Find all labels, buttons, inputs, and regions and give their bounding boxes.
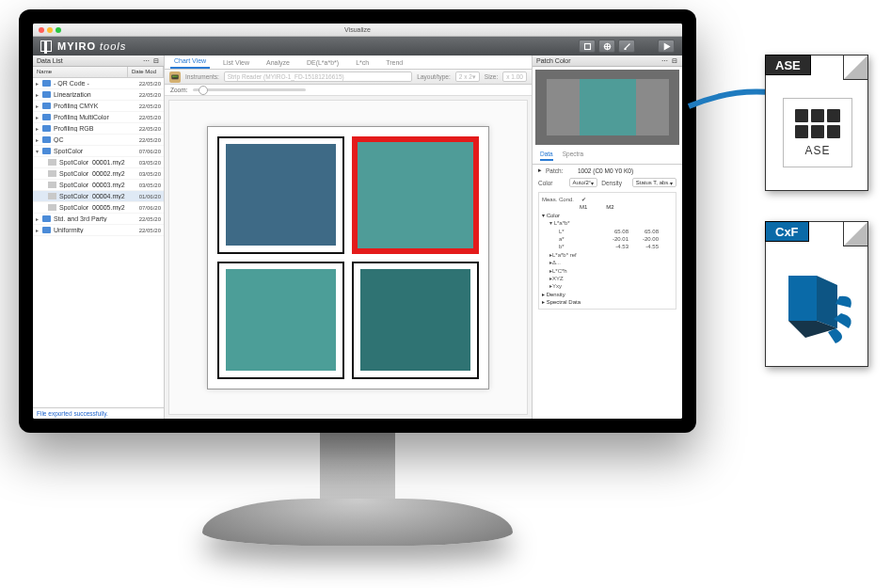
patch-row: ▸ Patch: 1002 (C0 M0 Y0 K0) — [533, 165, 682, 176]
center-panel: Chart View List View Analyze DE(L*a*b*) … — [165, 56, 532, 419]
brand-name: MYIRO — [57, 40, 96, 52]
color-mode-select[interactable]: Auto/2° ▾ — [569, 178, 598, 187]
layout-select[interactable]: 2 x 2 ▾ — [455, 72, 480, 82]
tab-trend[interactable]: Trend — [382, 56, 406, 69]
file-icon — [48, 204, 56, 211]
patch-header: Patch Color ⋯ ⊟ — [533, 56, 682, 67]
measurement-data: Meas. Cond.✔ M1M2 ▾ Color ▾ L*a*b* L*65.… — [538, 192, 676, 310]
tree-file-selected[interactable]: SpotColor_00004.my201/06/20 — [33, 191, 164, 202]
tree-file[interactable]: SpotColor_00002.my203/05/20 — [33, 168, 164, 180]
tree-item[interactable]: ▸Profiling RGB22/05/20 — [33, 123, 164, 135]
toolbar-edit-icon[interactable] — [618, 40, 635, 53]
folder-icon — [42, 136, 51, 143]
zoom-slider[interactable] — [193, 88, 306, 91]
swatch-b-fill — [358, 142, 473, 248]
monitor-stand-base — [202, 499, 513, 546]
size-field[interactable]: x 1.00 — [502, 72, 527, 82]
swatch-a-fill — [226, 144, 337, 246]
tree-file[interactable]: SpotColor_00003.my203/05/20 — [33, 180, 164, 191]
minimize-icon[interactable] — [47, 27, 53, 33]
page-fold-icon — [843, 56, 867, 80]
patch-value: 1002 (C0 M0 Y0 K0) — [578, 167, 633, 174]
folder-icon — [42, 125, 51, 132]
tree-item[interactable]: ▸Linearization22/05/20 — [33, 89, 164, 101]
top-toolbar — [579, 40, 675, 53]
instruments-select[interactable]: Strip Reader (MYIRO-1_FD-15181216615) — [224, 72, 413, 82]
tab-spectra[interactable]: Spectra — [563, 151, 583, 161]
patch-title: Patch Color — [536, 57, 571, 64]
layout-label: Layout/type: — [417, 73, 450, 80]
sidebar-title: Data List — [37, 57, 63, 64]
panel-menu-icon[interactable]: ⋯ ⊟ — [661, 57, 678, 65]
close-icon[interactable] — [39, 27, 44, 33]
ase-badge: ASE — [765, 55, 811, 75]
file-icon — [48, 182, 56, 188]
swatch-grid-icon — [795, 109, 840, 138]
status-bar: File exported successfully. — [33, 407, 164, 419]
patch-tabs: Data Spectra — [533, 148, 682, 165]
col-name[interactable]: Name — [33, 67, 128, 77]
folder-icon — [42, 91, 51, 98]
data-tree[interactable]: ▸- QR Code -22/05/20 ▸Linearization22/05… — [33, 78, 164, 407]
view-tabs: Chart View List View Analyze DE(L*a*b*) … — [165, 56, 532, 70]
density-label: Density — [601, 180, 628, 186]
instrument-icon[interactable]: 📟 — [169, 72, 181, 83]
canvas-viewport[interactable] — [168, 100, 528, 415]
patch-label: Patch: — [546, 167, 574, 174]
swatch-a[interactable] — [217, 136, 344, 254]
tree-item[interactable]: ▸Std. and 3rd Party22/05/20 — [33, 214, 164, 225]
folder-icon — [42, 80, 51, 87]
swatch-d[interactable] — [352, 262, 479, 379]
tab-list-view[interactable]: List View — [219, 56, 253, 69]
ase-file-icon: ASE ASE — [765, 55, 868, 191]
sidebar-columns: Name Date Mod — [33, 67, 164, 78]
swatch-d-fill — [360, 269, 471, 372]
folder-icon — [42, 215, 51, 222]
window-titlebar: Visualize — [33, 24, 682, 37]
tree-item[interactable]: ▸QC22/05/20 — [33, 135, 164, 146]
folder-icon — [42, 103, 51, 109]
col-date[interactable]: Date Mod — [128, 67, 164, 77]
swatch-c[interactable] — [217, 262, 344, 379]
tree-item[interactable]: ▸Uniformity22/05/20 — [33, 225, 164, 236]
tab-lch[interactable]: L*ch — [352, 56, 373, 69]
sidebar: Data List ⋯ ⊟ Name Date Mod ▸- QR Code -… — [33, 56, 165, 419]
svg-rect-0 — [584, 43, 590, 49]
tab-data[interactable]: Data — [540, 151, 553, 161]
tab-analyze[interactable]: Analyze — [263, 56, 294, 69]
tab-de-lab[interactable]: DE(L*a*b*) — [303, 56, 342, 69]
tree-item[interactable]: ▸Profiling CMYK22/05/20 — [33, 101, 164, 112]
brand-bar: MYIRO tools — [33, 37, 682, 56]
cxf-file-icon: CxF — [765, 221, 868, 367]
toolbar-play-icon[interactable] — [658, 40, 675, 53]
toolbar-scan-icon[interactable] — [579, 40, 596, 53]
density-mode-select[interactable]: Status T, abs. ▾ — [632, 178, 676, 187]
tree-item[interactable]: ▸- QR Code -22/05/20 — [33, 78, 164, 89]
ase-label: ASE — [804, 144, 830, 157]
tree-item[interactable]: ▸Profiling MultiColor22/05/20 — [33, 112, 164, 123]
preview-ref — [547, 79, 580, 135]
tree-file[interactable]: SpotColor_00001.my203/05/20 — [33, 157, 164, 168]
folder-icon — [42, 227, 51, 233]
instruments-label: Instruments: — [185, 73, 219, 80]
svg-marker-6 — [788, 276, 817, 321]
file-icon — [48, 193, 56, 199]
caret-icon[interactable]: ▸ — [538, 167, 542, 174]
color-mode-row: Color Auto/2° ▾ Density Status T, abs. ▾ — [533, 176, 682, 189]
tree-file[interactable]: SpotColor_00005.my207/06/20 — [33, 202, 164, 214]
swatch-b-selected[interactable] — [352, 136, 479, 254]
tab-chart-view[interactable]: Chart View — [170, 55, 210, 69]
size-label: Size: — [485, 73, 498, 80]
panel-menu-icon[interactable]: ⋯ ⊟ — [143, 57, 160, 65]
zoom-label: Zoom: — [170, 87, 187, 93]
file-icon — [48, 170, 56, 177]
tree-item-spotcolor[interactable]: ▾SpotColor07/06/20 — [33, 146, 164, 157]
brand-suffix: tools — [100, 40, 126, 52]
toolbar-target-icon[interactable] — [598, 40, 615, 53]
maximize-icon[interactable] — [56, 27, 61, 33]
svg-marker-4 — [664, 43, 669, 49]
monitor-bezel: Visualize MYIRO tools Data List ⋯ ⊟ — [19, 9, 696, 433]
sidebar-header: Data List ⋯ ⊟ — [33, 56, 164, 67]
ase-body: ASE — [783, 98, 852, 167]
zoom-bar: Zoom: — [165, 85, 532, 96]
